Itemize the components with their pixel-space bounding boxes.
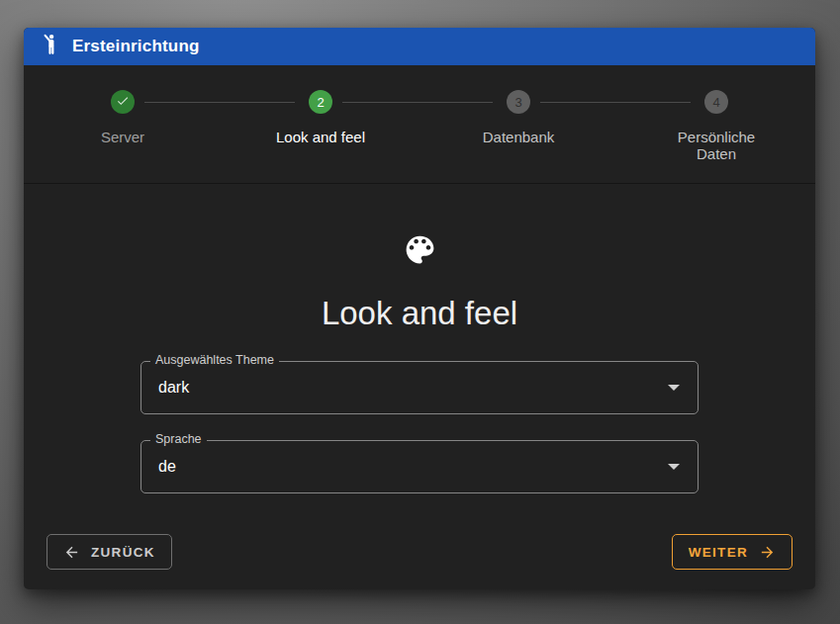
desktop-backdrop: Ersteinrichtung Server	[0, 0, 840, 624]
chevron-down-icon	[668, 385, 680, 391]
step-server: Server	[24, 90, 222, 162]
step-connector	[342, 102, 493, 103]
language-select-value: de	[158, 458, 176, 476]
step-content: Look and feel Ausgewähltes Theme dark Sp…	[24, 184, 815, 589]
theme-select-value: dark	[158, 379, 189, 397]
step-persoenliche-daten: 4 Persönliche Daten	[617, 90, 815, 162]
arrow-right-icon	[759, 544, 776, 561]
step-label: Look and feel	[276, 130, 365, 146]
language-select-label: Sprache	[150, 432, 207, 446]
next-button-label: WEITER	[689, 545, 748, 560]
step-number: 3	[507, 90, 530, 114]
arrow-left-icon	[63, 544, 80, 561]
chevron-down-icon	[668, 464, 680, 470]
step-label: Server	[101, 130, 144, 146]
step-connector	[144, 102, 295, 103]
stepper: Server 2 Look and feel 3 Datenbank 4 Per…	[24, 65, 815, 184]
theme-select[interactable]: Ausgewähltes Theme dark	[140, 361, 699, 414]
step-datenbank: 3 Datenbank	[420, 90, 617, 162]
step-look-and-feel: 2 Look and feel	[222, 90, 420, 162]
check-icon	[116, 94, 130, 111]
back-button[interactable]: ZURÜCK	[47, 534, 172, 570]
step-connector	[540, 102, 691, 103]
step-label: Persönliche Daten	[662, 130, 771, 162]
step-number: 2	[309, 90, 332, 114]
page-title: Look and feel	[322, 295, 517, 332]
next-button[interactable]: WEITER	[672, 534, 793, 570]
wizard-actions: ZURÜCK WEITER	[24, 534, 815, 589]
window-title: Ersteinrichtung	[72, 37, 200, 56]
step-number: 4	[704, 90, 728, 114]
palette-icon	[402, 231, 438, 268]
language-select[interactable]: Sprache de	[140, 440, 699, 493]
waving-person-icon	[38, 33, 61, 60]
appbar: Ersteinrichtung	[24, 28, 815, 65]
step-label: Datenbank	[483, 130, 555, 146]
setup-wizard-window: Ersteinrichtung Server	[24, 28, 815, 589]
step-complete-indicator	[111, 90, 135, 114]
theme-select-label: Ausgewähltes Theme	[150, 353, 279, 367]
back-button-label: ZURÜCK	[91, 545, 155, 560]
